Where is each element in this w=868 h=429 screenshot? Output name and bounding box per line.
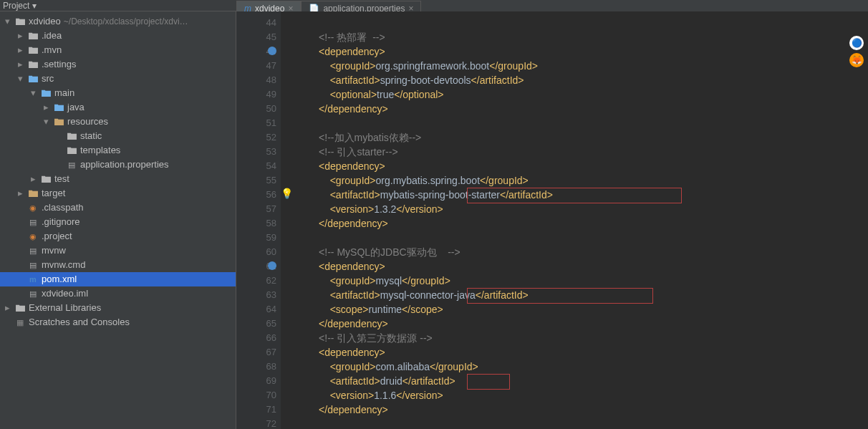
gutter-line[interactable]: 46 bbox=[236, 44, 276, 59]
code-line[interactable]: <dependency> bbox=[296, 159, 868, 173]
gutter-line[interactable]: 57 bbox=[236, 202, 276, 216]
chrome-icon[interactable]: 🔵 bbox=[849, 36, 864, 50]
gutter-line[interactable]: 70 bbox=[236, 388, 276, 403]
gutter-line[interactable]: 61 bbox=[236, 259, 276, 274]
code-line[interactable]: <optional>true</optional> bbox=[296, 87, 868, 102]
gutter-line[interactable]: 62 bbox=[236, 274, 276, 288]
code-line[interactable]: <artifactId>mybatis-spring-boot-starter<… bbox=[296, 188, 868, 202]
gutter-line[interactable]: 58 bbox=[236, 216, 276, 231]
project-dropdown[interactable]: Project ▾ bbox=[3, 1, 37, 11]
gutter-line[interactable]: 48 bbox=[236, 73, 276, 87]
code-line[interactable]: <artifactId>spring-boot-devtools</artifa… bbox=[296, 73, 868, 87]
gutter-line[interactable]: 50 bbox=[236, 102, 276, 116]
code-line[interactable]: <!-- 引入第三方数据源 --> bbox=[296, 331, 868, 345]
gutter-line[interactable]: 53 bbox=[236, 145, 276, 159]
tree-row[interactable]: ▸java bbox=[0, 100, 236, 115]
gutter-line[interactable]: 64 bbox=[236, 302, 276, 317]
code-line[interactable]: <!--加入mybatis依赖--> bbox=[296, 130, 868, 145]
code-line[interactable]: <version>1.3.2</version> bbox=[296, 202, 868, 216]
code-line[interactable]: </dependency> bbox=[296, 403, 868, 417]
code-line[interactable]: </dependency> bbox=[296, 102, 868, 116]
code-line[interactable] bbox=[296, 417, 868, 429]
tree-twistie-icon[interactable]: ▸ bbox=[16, 186, 24, 201]
tree-row[interactable]: ▾src bbox=[0, 72, 236, 86]
gutter-line[interactable]: 47 bbox=[236, 59, 276, 73]
gutter-line[interactable]: 69 bbox=[236, 374, 276, 388]
project-tree[interactable]: ▾xdvideo ~/Desktop/xdclass/project/xdvi…… bbox=[0, 11, 236, 329]
gutter-marker-icon[interactable] bbox=[268, 47, 276, 55]
code-line[interactable]: <dependency> bbox=[296, 345, 868, 360]
code-line[interactable]: <dependency> bbox=[296, 259, 868, 274]
tree-twistie-icon[interactable]: ▾ bbox=[42, 115, 50, 129]
code-line[interactable]: <groupId>com.alibaba</groupId> bbox=[296, 360, 868, 374]
gutter-line[interactable]: 52 bbox=[236, 130, 276, 145]
gutter-line[interactable]: 51 bbox=[236, 116, 276, 130]
gutter-line[interactable]: 55 bbox=[236, 173, 276, 188]
code-line[interactable]: <!-- 引入starter--> bbox=[296, 145, 868, 159]
code-line[interactable] bbox=[296, 231, 868, 245]
code-line[interactable]: </dependency> bbox=[296, 317, 868, 331]
code-line[interactable] bbox=[296, 116, 868, 130]
code-line[interactable] bbox=[296, 16, 868, 30]
code-line[interactable]: <dependency> bbox=[296, 44, 868, 59]
gutter-line[interactable]: 60 bbox=[236, 245, 276, 259]
gutter-line[interactable]: 45 bbox=[236, 30, 276, 44]
tree-twistie-icon[interactable]: ▸ bbox=[16, 29, 24, 43]
tree-row[interactable]: ▸.settings bbox=[0, 57, 236, 72]
code-line[interactable]: <artifactId>druid</artifactId> bbox=[296, 374, 868, 388]
tree-row[interactable]: ▾xdvideo ~/Desktop/xdclass/project/xdvi… bbox=[0, 14, 236, 29]
tree-twistie-icon[interactable]: ▾ bbox=[3, 14, 11, 29]
tree-twistie-icon[interactable]: ▸ bbox=[29, 172, 37, 186]
gutter-line[interactable]: 54 bbox=[236, 159, 276, 173]
tree-row[interactable]: ▤xdvideo.iml bbox=[0, 286, 236, 301]
tree-row[interactable]: ▤application.properties bbox=[0, 158, 236, 172]
tree-twistie-icon[interactable]: ▸ bbox=[3, 301, 11, 315]
tree-row[interactable]: mpom.xml bbox=[0, 272, 236, 286]
tree-row[interactable]: ▸External Libraries bbox=[0, 301, 236, 315]
tree-row[interactable]: templates bbox=[0, 143, 236, 158]
gutter-line[interactable]: 71 bbox=[236, 403, 276, 417]
gutter-line[interactable]: 59 bbox=[236, 231, 276, 245]
gutter-line[interactable]: 56 bbox=[236, 188, 276, 202]
tree-twistie-icon[interactable]: ▸ bbox=[16, 43, 24, 57]
code-editor[interactable]: 4445464748495051525354555657585960616263… bbox=[236, 11, 868, 429]
tree-row[interactable]: ◉.classpath bbox=[0, 201, 236, 215]
code-line[interactable]: <artifactId>mysql-connector-java</artifa… bbox=[296, 288, 868, 302]
gutter-marker-icon[interactable] bbox=[268, 261, 276, 270]
tree-row[interactable]: ▾resources bbox=[0, 115, 236, 129]
tree-row[interactable]: ▸.mvn bbox=[0, 43, 236, 57]
tree-twistie-icon[interactable]: ▾ bbox=[16, 72, 24, 86]
tree-row[interactable]: ▤mvnw.cmd bbox=[0, 258, 236, 272]
editor-code-area[interactable]: <!-- 热部署 --> <dependency> <groupId>org.s… bbox=[281, 11, 868, 429]
intention-bulb-icon[interactable]: 💡 bbox=[281, 188, 293, 199]
code-line[interactable]: <!-- 热部署 --> bbox=[296, 30, 868, 44]
gutter-line[interactable]: 44 bbox=[236, 16, 276, 30]
tree-row[interactable]: ▸.idea bbox=[0, 29, 236, 43]
tree-twistie-icon[interactable]: ▸ bbox=[42, 100, 50, 115]
code-line[interactable]: <groupId>org.springframework.boot</group… bbox=[296, 59, 868, 73]
gutter-line[interactable]: 68 bbox=[236, 360, 276, 374]
tree-row[interactable]: ▾main bbox=[0, 86, 236, 100]
tree-row[interactable]: ▸test bbox=[0, 172, 236, 186]
gutter-line[interactable]: 72 bbox=[236, 417, 276, 429]
tree-row[interactable]: ▤mvnw bbox=[0, 244, 236, 258]
gutter-line[interactable]: 67 bbox=[236, 345, 276, 360]
code-line[interactable]: <!-- MySQL的JDBC驱动包 --> bbox=[296, 245, 868, 259]
gutter-line[interactable]: 63 bbox=[236, 288, 276, 302]
tree-twistie-icon[interactable]: ▾ bbox=[29, 86, 37, 100]
tree-row[interactable]: ▤.gitignore bbox=[0, 215, 236, 229]
tree-row[interactable]: ◉.project bbox=[0, 229, 236, 244]
code-line[interactable]: <scope>runtime</scope> bbox=[296, 302, 868, 317]
code-line[interactable]: <groupId>mysql</groupId> bbox=[296, 274, 868, 288]
firefox-icon[interactable]: 🦊 bbox=[849, 53, 864, 67]
gutter-line[interactable]: 49 bbox=[236, 87, 276, 102]
code-line[interactable]: <version>1.1.6</version> bbox=[296, 388, 868, 403]
code-line[interactable]: <groupId>org.mybatis.spring.boot</groupI… bbox=[296, 173, 868, 188]
gutter-line[interactable]: 65 bbox=[236, 317, 276, 331]
gutter-line[interactable]: 66 bbox=[236, 331, 276, 345]
tree-row[interactable]: ▸target bbox=[0, 186, 236, 201]
tree-twistie-icon[interactable]: ▸ bbox=[16, 57, 24, 72]
tree-row[interactable]: ▦Scratches and Consoles bbox=[0, 315, 236, 329]
tree-row[interactable]: static bbox=[0, 129, 236, 143]
code-line[interactable]: </dependency> bbox=[296, 216, 868, 231]
